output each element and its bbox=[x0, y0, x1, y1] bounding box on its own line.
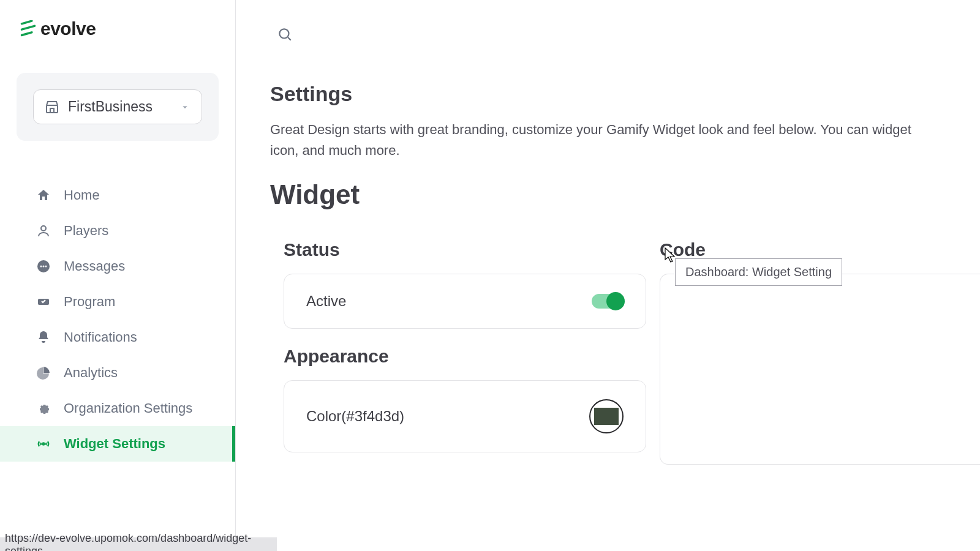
sidebar-item-notifications[interactable]: Notifications bbox=[0, 320, 235, 355]
svg-point-1 bbox=[41, 226, 46, 231]
sidebar-item-program[interactable]: Program bbox=[0, 284, 235, 320]
home-icon bbox=[36, 187, 51, 203]
svg-point-7 bbox=[43, 443, 45, 445]
sidebar-item-label: Organization Settings bbox=[64, 400, 192, 416]
svg-point-8 bbox=[279, 29, 288, 38]
appearance-heading: Appearance bbox=[284, 346, 646, 367]
color-picker-button[interactable] bbox=[589, 399, 624, 433]
business-name: FirstBusiness bbox=[68, 99, 171, 115]
toggle-knob bbox=[606, 292, 625, 310]
sidebar-item-label: Program bbox=[64, 294, 115, 310]
svg-point-4 bbox=[43, 266, 45, 268]
sidebar-item-home[interactable]: Home bbox=[0, 178, 235, 213]
business-selector[interactable]: FirstBusiness bbox=[33, 89, 202, 124]
sidebar-item-organization-settings[interactable]: Organization Settings bbox=[0, 391, 235, 426]
color-swatch-preview bbox=[594, 408, 619, 425]
sidebar-nav: Home Players Messages Program bbox=[0, 178, 235, 462]
chevron-down-icon bbox=[179, 102, 190, 113]
sidebar-item-label: Players bbox=[64, 223, 108, 239]
brand-logo: evolve bbox=[0, 18, 235, 39]
main-content: Settings Great Design starts with great … bbox=[236, 0, 980, 551]
svg-point-5 bbox=[45, 266, 47, 268]
browser-status-bar: https://dev-evolve.upomok.com/dashboard/… bbox=[0, 538, 277, 551]
status-heading: Status bbox=[284, 239, 646, 260]
status-card: Active bbox=[284, 274, 646, 329]
sidebar-item-label: Messages bbox=[64, 258, 125, 274]
sidebar-item-players[interactable]: Players bbox=[0, 213, 235, 249]
chart-pie-icon bbox=[36, 365, 51, 381]
page-description: Great Design starts with great branding,… bbox=[270, 119, 919, 161]
section-title: Widget bbox=[270, 179, 980, 210]
user-icon bbox=[36, 223, 51, 239]
sidebar: evolve FirstBusiness bbox=[0, 0, 236, 551]
sidebar-item-analytics[interactable]: Analytics bbox=[0, 355, 235, 391]
status-active-toggle[interactable] bbox=[592, 294, 624, 309]
broadcast-icon bbox=[36, 436, 51, 452]
sidebar-item-label: Analytics bbox=[64, 365, 118, 381]
ticket-icon bbox=[36, 294, 51, 310]
sidebar-item-label: Notifications bbox=[64, 329, 137, 345]
code-heading: Code bbox=[660, 239, 980, 260]
message-icon bbox=[36, 258, 51, 274]
business-selector-container: FirstBusiness bbox=[17, 73, 219, 141]
tooltip: Dashboard: Widget Setting bbox=[675, 258, 842, 286]
tooltip-text: Dashboard: Widget Setting bbox=[685, 265, 832, 279]
code-snippet-box[interactable] bbox=[660, 274, 980, 465]
brand-name: evolve bbox=[40, 18, 96, 39]
storefront-icon bbox=[45, 100, 59, 114]
bell-icon bbox=[36, 329, 51, 345]
search-button[interactable] bbox=[274, 23, 296, 45]
brand-logo-mark bbox=[20, 20, 37, 37]
appearance-color-card: Color(#3f4d3d) bbox=[284, 380, 646, 452]
sidebar-item-label: Home bbox=[64, 187, 100, 203]
status-active-label: Active bbox=[306, 293, 346, 310]
page-title: Settings bbox=[270, 82, 980, 106]
appearance-color-label: Color(#3f4d3d) bbox=[306, 408, 404, 425]
sidebar-item-widget-settings[interactable]: Widget Settings bbox=[0, 426, 235, 462]
svg-point-3 bbox=[40, 266, 42, 268]
status-bar-url: https://dev-evolve.upomok.com/dashboard/… bbox=[5, 532, 272, 552]
sidebar-item-label: Widget Settings bbox=[64, 436, 165, 452]
sidebar-item-messages[interactable]: Messages bbox=[0, 249, 235, 284]
gear-icon bbox=[36, 400, 51, 416]
